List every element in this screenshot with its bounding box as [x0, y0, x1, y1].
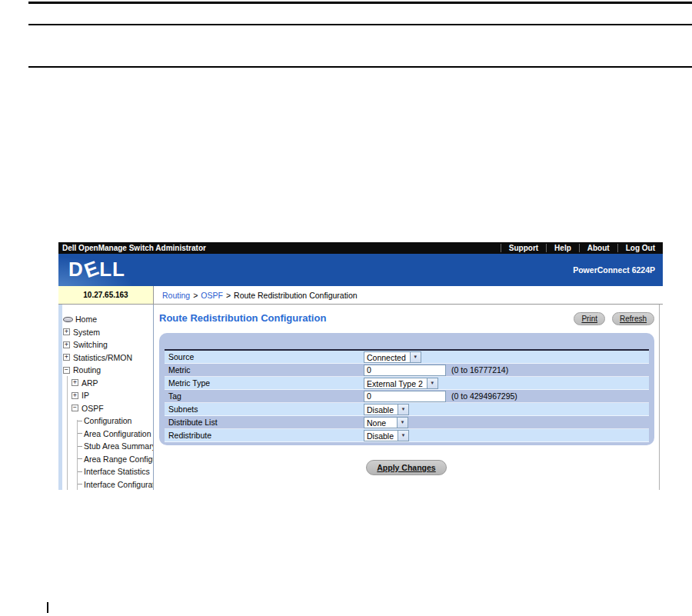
- breadcrumb-route-redistribution-configuration: Route Redistribution Configuration: [234, 291, 358, 300]
- header-buttons: Print Refresh: [567, 312, 654, 325]
- switch-administrator-window: Dell OpenManage Switch Administrator Sup…: [58, 242, 663, 490]
- chevron-down-icon[interactable]: ▼: [410, 352, 421, 362]
- form-row-control: (0 to 16777214): [364, 365, 508, 376]
- sidebar-item-system[interactable]: + System: [58, 326, 153, 339]
- distribute-list-select[interactable]: None ▼: [364, 417, 408, 428]
- expand-plus-icon[interactable]: +: [72, 392, 78, 399]
- form-row-control: (0 to 4294967295): [364, 391, 517, 402]
- tree-connector-line: [67, 376, 68, 490]
- page-header-rule: [28, 24, 692, 25]
- breadcrumb-ospf[interactable]: OSPF: [201, 291, 223, 300]
- expand-plus-icon[interactable]: +: [72, 379, 78, 386]
- tag-input[interactable]: [364, 391, 446, 402]
- tree-leaf-tick-icon: [77, 421, 82, 421]
- breadcrumb: Routing>OSPF>Route Redistribution Config…: [154, 286, 663, 304]
- main-header: Route Redistribution Configuration Print…: [154, 305, 659, 325]
- menu-about[interactable]: About: [579, 244, 617, 252]
- refresh-button[interactable]: Refresh: [612, 312, 654, 325]
- apply-row: Apply Changes: [154, 460, 659, 475]
- sidebar-tree: Home + System + Switching + Statistics/R…: [58, 305, 153, 490]
- sidebar-item-label: Configuration: [84, 416, 131, 425]
- sidebar-item-configuration[interactable]: Configuration: [58, 415, 153, 428]
- expand-plus-icon[interactable]: +: [63, 328, 70, 335]
- dell-logo: DELL: [68, 259, 125, 279]
- apply-changes-button[interactable]: Apply Changes: [366, 460, 446, 475]
- breadcrumb-routing[interactable]: Routing: [162, 291, 190, 300]
- redistribute-select[interactable]: Disable ▼: [364, 430, 409, 441]
- chevron-down-icon[interactable]: ▼: [397, 418, 408, 428]
- tree-leaf-tick-icon: [77, 484, 82, 484]
- sidebar-item-label: Home: [75, 315, 97, 324]
- sidebar-item-label: Area Range Configu: [84, 455, 154, 464]
- form-panel: Source Connected ▼ Metric (0 to 16777214…: [159, 333, 654, 445]
- form-row-redistribute: Redistribute Disable ▼: [165, 429, 649, 442]
- sidebar-item-ip[interactable]: + IP: [58, 389, 153, 402]
- collapse-minus-icon[interactable]: −: [72, 405, 78, 411]
- source-select[interactable]: Connected ▼: [364, 351, 421, 363]
- chevron-down-icon[interactable]: ▼: [398, 405, 408, 415]
- form-row-control: Disable ▼: [364, 430, 409, 441]
- dropdown-value: Disable: [364, 405, 398, 415]
- sidebar-item-routing[interactable]: − Routing: [58, 364, 153, 377]
- sidebar-item-ospf[interactable]: − OSPF: [58, 402, 153, 415]
- menu-support[interactable]: Support: [501, 244, 546, 252]
- range-note: (0 to 16777214): [451, 365, 508, 375]
- device-ip: 10.27.65.163: [58, 286, 154, 304]
- sidebar-item-label: System: [73, 328, 100, 337]
- metric-type-select[interactable]: External Type 2 ▼: [364, 378, 438, 389]
- form-row-label: Redistribute: [165, 431, 364, 440]
- form-row-control: Disable ▼: [364, 404, 409, 415]
- page-title: Route Redistribution Configuration: [159, 312, 326, 324]
- sidebar-item-label: IP: [82, 391, 89, 400]
- sidebar-item-area-range-configu[interactable]: Area Range Configu: [58, 453, 153, 466]
- metric-input[interactable]: [364, 365, 446, 376]
- sidebar-item-label: ARP: [82, 378, 98, 388]
- sidebar-item-switching[interactable]: + Switching: [58, 338, 153, 351]
- form-row-label: Distribute List: [165, 418, 364, 427]
- tree-connector-line: [77, 420, 78, 490]
- dropdown-value: None: [364, 418, 397, 428]
- sidebar-item-interface-statistics[interactable]: Interface Statistics: [58, 465, 153, 478]
- sidebar-item-label: Area Configuration: [84, 429, 151, 438]
- expand-plus-icon[interactable]: +: [63, 341, 70, 348]
- sidebar-item-home[interactable]: Home: [58, 313, 153, 326]
- expand-plus-icon[interactable]: +: [63, 354, 70, 361]
- app-body: Home + System + Switching + Statistics/R…: [58, 305, 663, 490]
- sidebar-item-stub-area-summary[interactable]: Stub Area Summary: [58, 440, 153, 453]
- sidebar-item-label: Interface Configurati: [84, 480, 154, 489]
- page-section-rule: [28, 66, 692, 68]
- chevron-down-icon[interactable]: ▼: [427, 378, 437, 388]
- sidebar-item-interface-configurati[interactable]: Interface Configurati: [58, 478, 153, 491]
- sidebar-item-label: Interface Statistics: [84, 467, 150, 476]
- tree-leaf-tick-icon: [77, 446, 82, 447]
- dropdown-value: Disable: [364, 431, 398, 441]
- form-row-tag: Tag (0 to 4294967295): [165, 390, 649, 403]
- menu-log-out[interactable]: Log Out: [617, 244, 663, 252]
- app-title: Dell OpenManage Switch Administrator: [58, 244, 206, 252]
- page-top-rule: [28, 2, 692, 4]
- sidebar-item-area-configuration[interactable]: Area Configuration: [58, 428, 153, 441]
- dropdown-value: Connected: [364, 352, 410, 362]
- home-icon: [63, 317, 73, 322]
- breadcrumb-separator: >: [226, 291, 231, 300]
- footer-page-mark: [47, 602, 48, 613]
- brand-bar: DELL PowerConnect 6224P: [58, 254, 663, 286]
- sidebar-item-statistics-rmon[interactable]: + Statistics/RMON: [58, 351, 153, 365]
- collapse-minus-icon[interactable]: −: [63, 367, 70, 374]
- menu-help[interactable]: Help: [546, 244, 579, 252]
- titlebar-menu: SupportHelpAboutLog Out: [501, 242, 663, 254]
- print-button[interactable]: Print: [574, 312, 605, 325]
- navigation-sidebar: Home + System + Switching + Statistics/R…: [58, 305, 154, 490]
- form-row-metric: Metric (0 to 16777214): [165, 364, 649, 377]
- main-content: Route Redistribution Configuration Print…: [154, 305, 660, 490]
- form-row-subnets: Subnets Disable ▼: [165, 403, 649, 416]
- tree-leaf-tick-icon: [77, 458, 82, 459]
- chevron-down-icon[interactable]: ▼: [398, 431, 408, 441]
- form-row-label: Tag: [165, 391, 364, 401]
- form-row-control: External Type 2 ▼: [364, 378, 438, 389]
- sidebar-item-label: Stub Area Summary: [84, 441, 154, 451]
- subnets-select[interactable]: Disable ▼: [364, 404, 409, 415]
- sidebar-item-arp[interactable]: + ARP: [58, 377, 153, 390]
- sidebar-item-label: Routing: [73, 365, 101, 375]
- sidebar-item-label: OSPF: [82, 404, 104, 413]
